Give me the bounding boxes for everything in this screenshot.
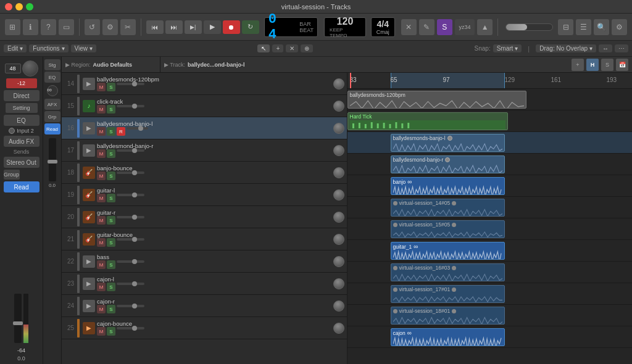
remove-tool[interactable]: ✕ [286, 44, 298, 52]
to-end-button[interactable]: ▶| [185, 20, 202, 34]
volume-slider[interactable] [117, 216, 144, 218]
mute-button[interactable]: M [97, 194, 106, 202]
pan-knob[interactable] [333, 189, 344, 201]
clip[interactable]: virtual-session_15#05 [391, 220, 505, 238]
timeline-ruler[interactable]: 33 65 97 129 161 193 225 257 [347, 73, 633, 89]
mute-button[interactable]: M [97, 283, 106, 291]
midi-button[interactable]: ✕ [401, 19, 417, 35]
volume-slider[interactable] [117, 238, 144, 241]
mute-button[interactable]: M [97, 260, 106, 269]
track-handle[interactable] [77, 97, 80, 115]
clip[interactable]: banjo ∞ [391, 177, 505, 195]
library-button[interactable]: ⊞ [5, 19, 20, 35]
pan-knob[interactable] [333, 300, 344, 312]
track-handle[interactable] [77, 230, 80, 249]
clip[interactable]: guitar_1 ∞ [391, 242, 505, 260]
solo-button[interactable]: S [107, 194, 115, 202]
help-button[interactable]: ? [41, 19, 56, 35]
read-right[interactable]: Read [44, 123, 60, 134]
group-right[interactable]: Grp [44, 111, 60, 122]
s-button[interactable]: S [601, 59, 613, 71]
group-btn[interactable]: Group [4, 170, 20, 180]
mute-button[interactable]: M [97, 127, 106, 136]
solo-button[interactable]: S [107, 105, 115, 114]
position-display[interactable]: 0 4 BAR BEAT [264, 17, 318, 37]
stereo-out-button[interactable]: Stereo Out [4, 157, 40, 168]
scissors-button[interactable]: ✂ [120, 19, 136, 35]
yz-button[interactable]: yz34 [455, 19, 475, 35]
direct-button[interactable]: Direct [4, 90, 40, 101]
fast-forward-button[interactable]: ⏭ [165, 20, 183, 34]
h-button[interactable]: H [586, 59, 599, 71]
undo-button[interactable]: ↺ [85, 19, 100, 35]
volume-slider[interactable] [117, 105, 144, 107]
zoom-in[interactable]: ↔ [599, 44, 612, 52]
mute-button[interactable]: M [97, 216, 106, 225]
solo-button[interactable]: S [107, 327, 115, 336]
audio-fx-button[interactable]: Audio FX [4, 136, 40, 147]
record-button[interactable]: R [117, 127, 125, 136]
track-handle[interactable] [77, 319, 80, 337]
editors-button[interactable]: ▭ [59, 19, 74, 35]
mute-button[interactable]: M [97, 238, 106, 247]
tuner-button[interactable]: ▲ [477, 19, 493, 35]
track-handle[interactable] [77, 163, 80, 182]
clip[interactable]: Hard Tick [347, 112, 508, 130]
clip[interactable]: ballydesmonds-120bpm [347, 91, 526, 109]
setting-btn-1[interactable]: Setting [6, 103, 38, 113]
eq-btn-right[interactable]: EQ [44, 72, 60, 83]
audio-fx-right[interactable]: AFX [44, 99, 60, 110]
pan-knob[interactable] [333, 278, 344, 289]
clip[interactable]: ballydesmond-banjo-r [391, 155, 505, 173]
clip[interactable]: ballydesmonds-banjo-l [391, 134, 505, 152]
inspector-button[interactable]: ℹ [23, 19, 38, 35]
track-handle[interactable] [77, 75, 80, 93]
solo-button[interactable]: S [107, 172, 115, 180]
solo-button[interactable]: S [107, 83, 115, 91]
pan-knob[interactable] [333, 145, 344, 156]
grid-button[interactable]: ⊟ [558, 19, 573, 35]
pan-knob[interactable] [333, 256, 344, 267]
mute-button[interactable]: M [97, 172, 106, 180]
eq-button[interactable]: EQ [4, 115, 40, 126]
calendar-button[interactable]: 📅 [616, 59, 628, 71]
mute-button[interactable]: M [97, 105, 106, 114]
record-button[interactable]: ⏺ [223, 20, 240, 34]
pan-knob[interactable] [22, 60, 38, 77]
volume-slider[interactable] [117, 260, 144, 263]
time-sig-display[interactable]: 4/4 Cmaj [371, 17, 395, 37]
solo-button[interactable]: S [107, 216, 115, 225]
track-handle[interactable] [77, 297, 80, 315]
solo-button[interactable]: S [107, 238, 115, 247]
clip[interactable]: virtual-session_14#05 [391, 199, 505, 217]
volume-readout[interactable]: 48 [5, 64, 21, 73]
more-options[interactable]: ⋯ [615, 44, 628, 52]
track-handle[interactable] [77, 208, 80, 226]
traffic-lights[interactable] [5, 3, 33, 10]
channel-fader[interactable] [14, 294, 22, 343]
score-button[interactable]: S [437, 19, 452, 35]
list-button[interactable]: ☰ [576, 19, 591, 35]
add-track-button[interactable]: + [572, 59, 584, 71]
mute-button[interactable]: M [97, 327, 106, 336]
volume-slider[interactable] [117, 305, 144, 307]
track-handle[interactable] [77, 186, 80, 204]
pan-knob[interactable] [333, 167, 344, 178]
volume-slider[interactable] [117, 83, 144, 85]
fullscreen-button[interactable] [26, 3, 33, 10]
right-fader[interactable] [49, 138, 56, 181]
setting-btn-right[interactable]: Stg [44, 59, 60, 70]
pointer-tool[interactable]: ↖ [257, 44, 270, 52]
mute-button[interactable]: M [97, 149, 106, 158]
volume-slider[interactable] [117, 172, 144, 174]
snap-value[interactable]: Smart ▾ [493, 44, 522, 52]
volume-fader-readout[interactable]: -12 [6, 78, 37, 88]
pan-knob[interactable] [333, 78, 344, 89]
pan-knob[interactable] [333, 323, 344, 334]
mixer-button[interactable]: ⚙ [612, 19, 627, 35]
right-fader-thumb[interactable] [48, 160, 57, 163]
drag-mode[interactable]: Drag: No Overlap ▾ [536, 44, 596, 52]
functions-menu[interactable]: Functions ▾ [29, 44, 68, 52]
mute-button[interactable]: M [97, 305, 106, 313]
rewind-button[interactable]: ⏮ [146, 20, 164, 34]
